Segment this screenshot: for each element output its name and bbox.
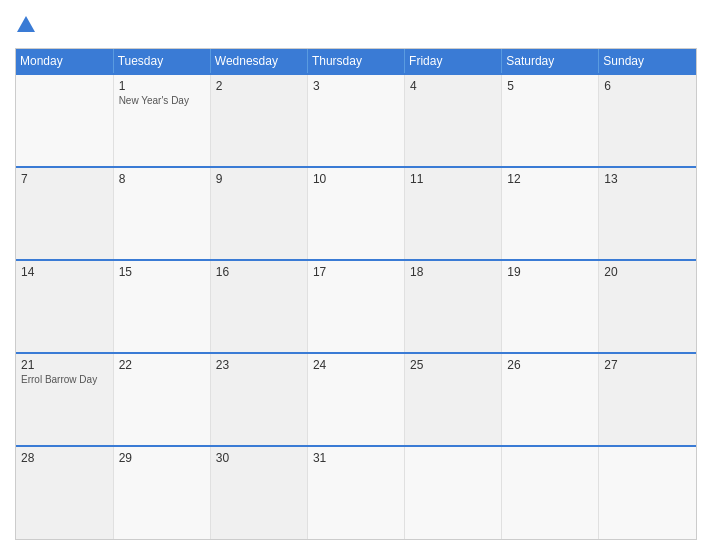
day-number: 11 [410, 172, 496, 186]
calendar-cell [599, 446, 696, 539]
day-number: 2 [216, 79, 302, 93]
calendar-cell: 25 [405, 353, 502, 446]
day-number: 9 [216, 172, 302, 186]
calendar-cell: 24 [307, 353, 404, 446]
weekday-header-row: MondayTuesdayWednesdayThursdayFridaySatu… [16, 49, 696, 74]
calendar-week-1: 1New Year's Day23456 [16, 74, 696, 167]
calendar-cell: 20 [599, 260, 696, 353]
weekday-header-wednesday: Wednesday [210, 49, 307, 74]
calendar-cell: 23 [210, 353, 307, 446]
calendar-cell: 16 [210, 260, 307, 353]
day-number: 10 [313, 172, 399, 186]
day-number: 21 [21, 358, 108, 372]
day-number: 19 [507, 265, 593, 279]
day-number: 22 [119, 358, 205, 372]
calendar-cell: 19 [502, 260, 599, 353]
day-number: 25 [410, 358, 496, 372]
day-number: 23 [216, 358, 302, 372]
day-number: 15 [119, 265, 205, 279]
calendar-cell: 21Errol Barrow Day [16, 353, 113, 446]
day-number: 3 [313, 79, 399, 93]
day-number: 31 [313, 451, 399, 465]
day-number: 7 [21, 172, 108, 186]
day-number: 30 [216, 451, 302, 465]
calendar-cell: 4 [405, 74, 502, 167]
calendar-cell: 3 [307, 74, 404, 167]
day-number: 20 [604, 265, 691, 279]
calendar-cell: 15 [113, 260, 210, 353]
logo [15, 14, 41, 36]
calendar-cell: 14 [16, 260, 113, 353]
day-number: 28 [21, 451, 108, 465]
day-number: 16 [216, 265, 302, 279]
day-number: 5 [507, 79, 593, 93]
calendar-cell: 5 [502, 74, 599, 167]
calendar-cell: 10 [307, 167, 404, 260]
calendar-grid: MondayTuesdayWednesdayThursdayFridaySatu… [15, 48, 697, 540]
calendar-week-4: 21Errol Barrow Day222324252627 [16, 353, 696, 446]
calendar-cell [405, 446, 502, 539]
day-number: 17 [313, 265, 399, 279]
calendar-week-3: 14151617181920 [16, 260, 696, 353]
logo-icon [15, 14, 37, 36]
calendar-week-5: 28293031 [16, 446, 696, 539]
holiday-name: New Year's Day [119, 95, 205, 106]
calendar-page: MondayTuesdayWednesdayThursdayFridaySatu… [0, 0, 712, 550]
calendar-cell: 9 [210, 167, 307, 260]
calendar-cell: 6 [599, 74, 696, 167]
weekday-header-sunday: Sunday [599, 49, 696, 74]
calendar-header [15, 10, 697, 40]
calendar-cell: 2 [210, 74, 307, 167]
weekday-header-thursday: Thursday [307, 49, 404, 74]
calendar-cell: 28 [16, 446, 113, 539]
calendar-cell: 13 [599, 167, 696, 260]
calendar-cell [502, 446, 599, 539]
day-number: 6 [604, 79, 691, 93]
calendar-cell: 30 [210, 446, 307, 539]
calendar-cell: 1New Year's Day [113, 74, 210, 167]
day-number: 14 [21, 265, 108, 279]
day-number: 18 [410, 265, 496, 279]
calendar-cell: 7 [16, 167, 113, 260]
day-number: 12 [507, 172, 593, 186]
day-number: 4 [410, 79, 496, 93]
calendar-cell: 8 [113, 167, 210, 260]
weekday-header-friday: Friday [405, 49, 502, 74]
weekday-header-saturday: Saturday [502, 49, 599, 74]
svg-marker-0 [17, 16, 35, 32]
calendar-cell: 26 [502, 353, 599, 446]
calendar-cell: 18 [405, 260, 502, 353]
day-number: 26 [507, 358, 593, 372]
calendar-cell: 31 [307, 446, 404, 539]
day-number: 24 [313, 358, 399, 372]
calendar-cell: 29 [113, 446, 210, 539]
calendar-cell: 17 [307, 260, 404, 353]
weekday-header-tuesday: Tuesday [113, 49, 210, 74]
day-number: 29 [119, 451, 205, 465]
calendar-cell: 27 [599, 353, 696, 446]
day-number: 8 [119, 172, 205, 186]
calendar-week-2: 78910111213 [16, 167, 696, 260]
calendar-cell [16, 74, 113, 167]
day-number: 27 [604, 358, 691, 372]
day-number: 1 [119, 79, 205, 93]
weekday-header-monday: Monday [16, 49, 113, 74]
day-number: 13 [604, 172, 691, 186]
calendar-cell: 12 [502, 167, 599, 260]
holiday-name: Errol Barrow Day [21, 374, 108, 385]
calendar-cell: 11 [405, 167, 502, 260]
calendar-cell: 22 [113, 353, 210, 446]
